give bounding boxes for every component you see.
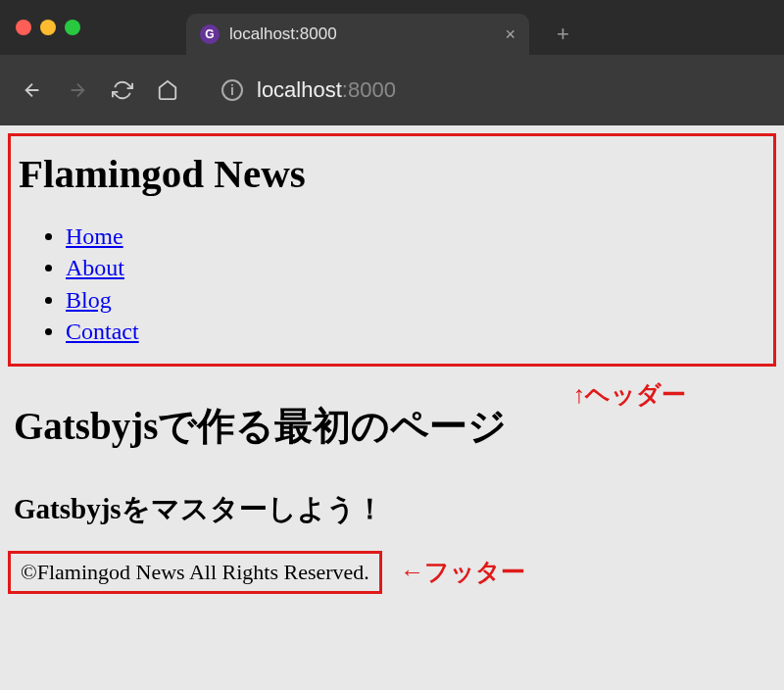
- page-content: Flamingod News Home About Blog Contact ↑…: [0, 125, 784, 602]
- home-button[interactable]: [157, 79, 178, 101]
- gatsby-favicon-icon: G: [200, 25, 220, 44]
- nav-bar: i localhost:8000: [0, 55, 784, 125]
- nav-link-about[interactable]: About: [66, 255, 124, 280]
- tab-bar: G localhost:8000 × +: [0, 0, 784, 55]
- window-close-button[interactable]: [16, 20, 31, 35]
- list-item: Home: [66, 221, 765, 252]
- nav-list: Home About Blog Contact: [19, 221, 765, 348]
- browser-tab[interactable]: G localhost:8000 ×: [186, 14, 529, 55]
- traffic-lights: [16, 20, 80, 35]
- new-tab-button[interactable]: +: [557, 22, 569, 47]
- tab-title: localhost:8000: [229, 25, 495, 44]
- footer-row: ©Flamingod News All Rights Reserved. ←フッ…: [8, 551, 776, 594]
- list-item: Contact: [66, 316, 765, 347]
- nav-link-contact[interactable]: Contact: [66, 319, 139, 344]
- browser-chrome: G localhost:8000 × + i localhost:8000: [0, 0, 784, 125]
- back-button[interactable]: [22, 79, 43, 101]
- url-port: :8000: [342, 77, 396, 102]
- window-maximize-button[interactable]: [65, 20, 80, 35]
- header-annotation-label: ↑ヘッダー: [573, 378, 687, 411]
- url-text: localhost:8000: [257, 77, 396, 103]
- footer-annotation-label: ←フッター: [400, 556, 525, 588]
- nav-link-blog[interactable]: Blog: [66, 287, 112, 313]
- page-subtitle: Gatsbyjsをマスターしよう！: [14, 490, 776, 529]
- address-bar[interactable]: i localhost:8000: [221, 77, 762, 103]
- site-title: Flamingod News: [19, 150, 765, 197]
- forward-button[interactable]: [67, 79, 88, 101]
- footer-copyright: ©Flamingod News All Rights Reserved.: [21, 560, 369, 584]
- site-info-icon[interactable]: i: [221, 79, 243, 101]
- footer-highlight-box: ©Flamingod News All Rights Reserved.: [8, 551, 382, 594]
- nav-link-home[interactable]: Home: [66, 223, 123, 249]
- list-item: Blog: [66, 284, 765, 316]
- window-minimize-button[interactable]: [40, 20, 56, 35]
- reload-button[interactable]: [112, 79, 133, 101]
- header-highlight-box: Flamingod News Home About Blog Contact: [8, 133, 776, 367]
- close-tab-icon[interactable]: ×: [505, 25, 515, 45]
- url-host: localhost: [257, 77, 342, 102]
- list-item: About: [66, 252, 765, 283]
